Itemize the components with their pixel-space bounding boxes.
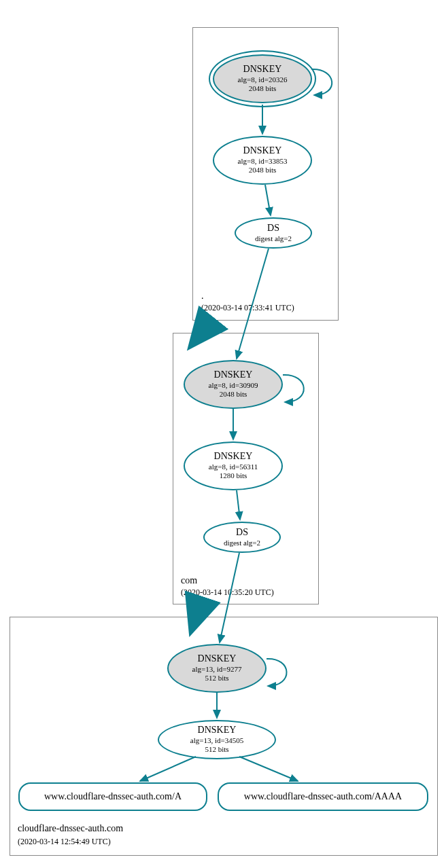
node-title: DS bbox=[236, 527, 248, 539]
node-alg: alg=8, id=56311 bbox=[209, 463, 258, 471]
node-alg: alg=8, id=30909 bbox=[209, 381, 258, 390]
node-root-ds: DS digest alg=2 bbox=[235, 217, 312, 249]
node-title: DS bbox=[267, 223, 279, 234]
node-com-ksk: DNSKEY alg=8, id=30909 2048 bits bbox=[184, 360, 283, 409]
zone-root-label: . bbox=[201, 291, 204, 302]
node-alg: alg=8, id=20326 bbox=[238, 75, 288, 84]
node-digest: digest alg=2 bbox=[224, 539, 260, 547]
zone-root-timestamp: (2020-03-14 07:33:41 UTC) bbox=[201, 303, 294, 313]
node-alg: alg=8, id=33853 bbox=[238, 157, 288, 166]
node-bits: 2048 bits bbox=[249, 166, 277, 175]
node-bits: 1280 bits bbox=[220, 471, 247, 480]
node-com-ds: DS digest alg=2 bbox=[203, 522, 281, 553]
node-rr-a: www.cloudflare-dnssec-auth.com/A bbox=[18, 782, 207, 811]
node-leaf-zsk: DNSKEY alg=13, id=34505 512 bits bbox=[158, 720, 276, 759]
node-bits: 2048 bits bbox=[249, 84, 277, 93]
zone-com-label: com bbox=[181, 575, 197, 586]
node-alg: alg=13, id=34505 bbox=[190, 736, 243, 745]
zone-leaf-label: cloudflare-dnssec-auth.com bbox=[18, 823, 123, 834]
node-title: DNSKEY bbox=[198, 725, 237, 736]
node-root-ksk: DNSKEY alg=8, id=20326 2048 bits bbox=[213, 54, 312, 103]
zone-com-timestamp: (2020-03-14 10:35:20 UTC) bbox=[181, 587, 274, 598]
node-bits: 512 bits bbox=[205, 674, 228, 683]
node-bits: 2048 bits bbox=[220, 390, 247, 399]
node-title: DNSKEY bbox=[214, 451, 253, 463]
node-leaf-ksk: DNSKEY alg=13, id=9277 512 bits bbox=[167, 644, 267, 693]
node-title: DNSKEY bbox=[214, 369, 253, 381]
zone-leaf-timestamp: (2020-03-14 12:54:49 UTC) bbox=[18, 837, 111, 847]
node-digest: digest alg=2 bbox=[255, 234, 292, 243]
node-com-zsk: DNSKEY alg=8, id=56311 1280 bits bbox=[184, 441, 283, 490]
node-rr-aaaa: www.cloudflare-dnssec-auth.com/AAAA bbox=[218, 782, 428, 811]
node-alg: alg=13, id=9277 bbox=[192, 665, 242, 674]
rr-label: www.cloudflare-dnssec-auth.com/AAAA bbox=[244, 791, 402, 803]
node-bits: 512 bits bbox=[205, 745, 228, 754]
node-root-zsk: DNSKEY alg=8, id=33853 2048 bits bbox=[213, 136, 312, 185]
rr-label: www.cloudflare-dnssec-auth.com/A bbox=[44, 791, 182, 803]
node-title: DNSKEY bbox=[198, 653, 237, 665]
node-title: DNSKEY bbox=[243, 145, 282, 157]
node-title: DNSKEY bbox=[243, 64, 282, 75]
